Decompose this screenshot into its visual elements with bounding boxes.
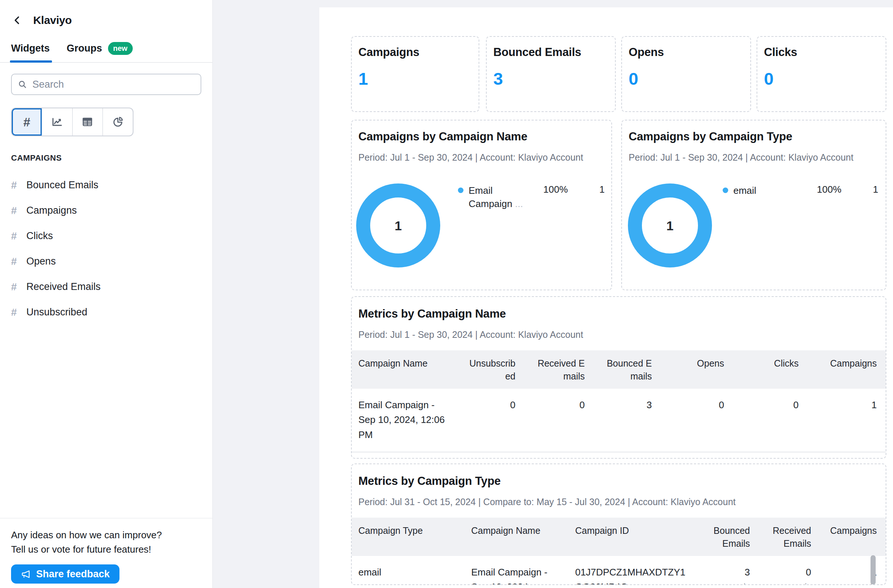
col-received-emails: Received Emails xyxy=(759,518,820,556)
table-title: Metrics by Campaign Name xyxy=(358,307,879,321)
col-clicks: Clicks xyxy=(733,350,807,388)
cell-value: 3 xyxy=(709,565,750,579)
col-campaign-name: Campaign Name xyxy=(352,350,456,388)
tab-groups[interactable]: Groups new xyxy=(67,42,133,62)
cell-compare-value: n/a xyxy=(829,579,877,585)
cell-campaign-id: 01J7DPCZ1MHAXDTZY1QG26MP4Q xyxy=(566,556,700,585)
tab-groups-label: Groups xyxy=(67,43,102,54)
col-campaigns: Campaigns xyxy=(820,518,885,556)
cell-bounced-emails: 3 n/a xyxy=(700,556,759,585)
metrics-table: Campaign Name Unsubscribed Received Emai… xyxy=(352,350,885,452)
hash-icon: # xyxy=(11,230,17,242)
legend-dot-icon xyxy=(458,188,463,193)
chevron-left-icon xyxy=(12,15,23,26)
legend-value: 1 xyxy=(841,184,878,195)
feedback-text-line1: Any ideas on how we can improve? xyxy=(11,528,201,543)
tab-widgets-label: Widgets xyxy=(11,43,50,54)
hash-icon: # xyxy=(11,281,17,293)
donut-center-value: 1 xyxy=(666,219,673,233)
legend-row: email 100% 1 xyxy=(723,184,878,197)
line-chart-icon xyxy=(51,116,63,128)
table-icon xyxy=(81,116,93,128)
search-input[interactable] xyxy=(32,79,195,90)
vertical-scrollbar-thumb[interactable] xyxy=(870,555,876,585)
sidebar-item-clicks[interactable]: # Clicks xyxy=(11,223,201,249)
sidebar-item-opens[interactable]: # Opens xyxy=(11,249,201,274)
legend-percent: 100% xyxy=(523,184,568,195)
cell-bounced-emails: 3 xyxy=(594,388,661,452)
stat-title: Campaigns xyxy=(358,46,472,59)
filter-line-chart-widgets[interactable] xyxy=(42,108,72,136)
filter-table-widgets[interactable] xyxy=(73,108,103,136)
stat-title: Clicks xyxy=(764,46,879,59)
stat-title: Opens xyxy=(628,46,744,59)
cell-campaigns: 1 n/a xyxy=(820,556,885,585)
feedback-text-line2: Tell us or vote for future features! xyxy=(11,542,201,557)
sidebar-item-label: Opens xyxy=(27,256,56,267)
chart-title: Campaigns by Campaign Type xyxy=(628,130,879,143)
cell-clicks: 0 xyxy=(733,388,807,452)
cell-campaign-name: Email Campaign - Sep 10, 2024, 12:06 PM xyxy=(352,388,456,452)
cell-campaigns: 1 xyxy=(807,388,885,452)
col-bounced-emails: Bounced Emails xyxy=(700,518,759,556)
share-feedback-button[interactable]: Share feedback xyxy=(11,564,119,584)
sidebar-item-campaigns[interactable]: # Campaigns xyxy=(11,198,201,223)
new-badge: new xyxy=(108,42,133,55)
hash-icon: # xyxy=(11,306,17,318)
hash-icon: # xyxy=(11,179,17,191)
table-title: Metrics by Campaign Type xyxy=(358,474,879,488)
sidebar-item-unsubscribed[interactable]: # Unsubscribed xyxy=(11,300,201,325)
donut-widget-campaign-type[interactable]: Campaigns by Campaign Type Period: Jul 1… xyxy=(621,120,886,290)
stat-widget-opens[interactable]: Opens 0 xyxy=(621,36,751,112)
search-box[interactable] xyxy=(11,74,201,95)
stat-value: 0 xyxy=(764,69,879,89)
col-campaign-type: Campaign Type xyxy=(352,518,462,556)
widget-type-filter: # xyxy=(11,108,134,136)
widget-list: # Bounced Emails # Campaigns # Clicks # … xyxy=(11,172,201,325)
sidebar-item-received-emails[interactable]: # Received Emails xyxy=(11,274,201,300)
donut-center-value: 1 xyxy=(394,219,401,233)
stat-value: 0 xyxy=(628,69,744,89)
donut-widget-campaign-name[interactable]: Campaigns by Campaign Name Period: Jul 1… xyxy=(351,120,612,290)
tabs-bar: Widgets Groups new xyxy=(0,42,212,63)
cell-opens: 0 xyxy=(661,388,733,452)
legend-row: Email Campaign ... 100% 1 xyxy=(458,184,605,211)
legend-label: email xyxy=(734,184,797,197)
col-campaigns: Campaigns xyxy=(807,350,885,388)
table-row: Email Campaign - Sep 10, 2024, 12:06 PM … xyxy=(352,388,885,452)
metrics-table: Campaign Type Campaign Name Campaign ID … xyxy=(352,518,885,585)
legend-dot-icon xyxy=(723,188,728,193)
chart-subtitle: Period: Jul 1 - Sep 30, 2024 | Account: … xyxy=(358,152,605,163)
widget-library-sidebar: Klaviyo Widgets Groups new # CAMPA xyxy=(0,0,213,588)
stat-value: 1 xyxy=(358,69,472,89)
sidebar-item-label: Bounced Emails xyxy=(27,179,98,191)
legend-ellipsis: ... xyxy=(515,198,523,209)
legend-value: 1 xyxy=(568,184,605,195)
cell-value: 0 xyxy=(768,565,811,579)
stat-widget-campaigns[interactable]: Campaigns 1 xyxy=(351,36,479,112)
megaphone-icon xyxy=(21,569,31,579)
filter-number-widgets[interactable]: # xyxy=(12,108,42,136)
cell-unsubscribed: 0 xyxy=(456,388,524,452)
table-header-row: Campaign Name Unsubscribed Received Emai… xyxy=(352,350,885,388)
hash-icon: # xyxy=(11,205,17,217)
share-feedback-label: Share feedback xyxy=(36,568,110,580)
table-subtitle: Period: Jul 31 - Oct 15, 2024 | Compare … xyxy=(358,496,879,507)
stat-widget-clicks[interactable]: Clicks 0 xyxy=(756,36,886,112)
cell-compare-value: n/a xyxy=(709,579,750,585)
col-opens: Opens xyxy=(661,350,733,388)
feedback-panel: Any ideas on how we can improve? Tell us… xyxy=(0,518,212,588)
col-bounced-emails: Bounced Emails xyxy=(594,350,661,388)
table-subtitle: Period: Jul 1 - Sep 30, 2024 | Account: … xyxy=(358,329,879,340)
legend-percent: 100% xyxy=(797,184,841,195)
back-button[interactable] xyxy=(11,14,24,27)
table-widget-campaign-type[interactable]: Metrics by Campaign Type Period: Jul 31 … xyxy=(351,464,886,585)
tab-widgets[interactable]: Widgets xyxy=(11,43,50,62)
filter-pie-chart-widgets[interactable] xyxy=(103,108,133,136)
stat-widget-bounced-emails[interactable]: Bounced Emails 3 xyxy=(486,36,616,112)
sidebar-item-bounced-emails[interactable]: # Bounced Emails xyxy=(11,172,201,198)
cell-campaign-type: email xyxy=(352,556,462,585)
cell-compare-value: n/a xyxy=(768,579,811,585)
table-widget-campaign-name[interactable]: Metrics by Campaign Name Period: Jul 1 -… xyxy=(351,296,886,459)
chart-title: Campaigns by Campaign Name xyxy=(358,130,605,143)
